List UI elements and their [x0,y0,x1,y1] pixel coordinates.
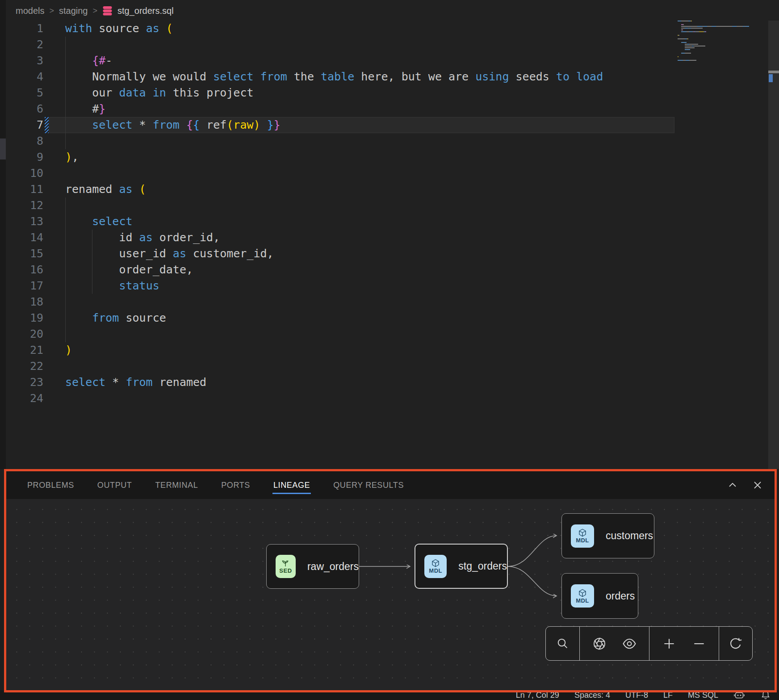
minimap-line [678,56,758,57]
minimap-line [678,58,758,59]
code-lines[interactable]: 1with source as (23 {#-4 Normally we wou… [0,21,674,407]
code-line-2[interactable]: 2 [0,37,674,53]
code-line-21[interactable]: 21) [0,342,674,358]
line-content: ), [43,149,79,165]
node-label: orders [606,590,635,602]
bottom-panel-lineage: PROBLEMSOUTPUTTERMINALPORTSLINEAGEQUERY … [4,469,777,692]
code-line-16[interactable]: 16 order_date, [0,262,674,278]
lineage-node-customers[interactable]: MDL customers [561,513,654,558]
code-line-9[interactable]: 9), [0,149,674,165]
badge-label: MDL [429,568,442,574]
cube-icon [431,559,440,568]
scrollbar-track[interactable] [768,21,779,469]
search-icon [556,637,570,650]
node-label: stg_orders [458,560,507,572]
minimap-line [678,60,758,61]
code-line-17[interactable]: 17 status [0,278,674,294]
code-line-13[interactable]: 13 select [0,214,674,230]
code-line-11[interactable]: 11renamed as ( [0,181,674,197]
line-number: 13 [0,214,43,230]
minimap-line [678,46,758,46]
line-number: 24 [0,390,43,407]
minimap-line [678,29,758,30]
code-line-22[interactable]: 22 [0,358,674,374]
breadcrumb-item-models[interactable]: models [16,6,44,16]
code-editor[interactable]: models > staging > stg_orders.sql 1with … [0,0,779,469]
minimap-line [678,37,758,38]
line-content: with source as ( [43,21,173,37]
line-number: 3 [0,53,43,69]
line-content: select [43,214,133,230]
line-number: 11 [0,181,43,197]
tab-terminal[interactable]: TERMINAL [154,476,199,494]
line-number: 22 [0,358,43,374]
code-line-20[interactable]: 20 [0,326,674,342]
tab-lineage[interactable]: LINEAGE [272,476,311,494]
zoom-out-button[interactable] [689,634,709,654]
line-content [43,197,65,214]
line-number: 18 [0,294,43,310]
model-badge: MDL [424,555,447,578]
code-line-10[interactable]: 10 [0,165,674,181]
code-line-18[interactable]: 18 [0,294,674,310]
aperture-icon [592,637,607,651]
code-line-12[interactable]: 12 [0,197,674,214]
tab-output[interactable]: OUTPUT [96,476,133,494]
line-number: 4 [0,69,43,85]
lineage-node-raw-orders[interactable]: SED raw_orders [266,544,359,589]
line-content: ) [43,342,72,358]
close-panel-button[interactable] [752,480,763,490]
lineage-node-orders[interactable]: MDL orders [561,573,638,619]
close-icon [752,480,763,490]
node-label: raw_orders [307,561,359,573]
code-line-1[interactable]: 1with source as ( [0,21,674,37]
line-number: 20 [0,326,43,342]
lineage-edges [6,499,775,690]
overview-ruler-tick [768,71,779,73]
code-line-24[interactable]: 24 [0,390,674,407]
code-line-7[interactable]: 7 select * from {{ ref(raw) }} [0,117,674,133]
line-number: 21 [0,342,43,358]
line-number: 19 [0,310,43,326]
lineage-canvas[interactable]: SED raw_orders MDL stg_orders MDL custom… [6,499,775,690]
maximize-panel-button[interactable] [727,480,738,490]
code-line-23[interactable]: 23select * from renamed [0,374,674,390]
line-content [43,294,65,310]
tab-query-results[interactable]: QUERY RESULTS [332,476,405,494]
seedling-icon [281,559,290,568]
code-line-15[interactable]: 15 user_id as customer_id, [0,246,674,262]
line-content: status [43,278,159,294]
chevron-up-icon [727,480,738,490]
tab-ports[interactable]: PORTS [220,476,251,494]
breadcrumb-file-name[interactable]: stg_orders.sql [117,6,174,16]
minimap[interactable] [678,21,758,63]
line-content: order_date, [43,262,193,278]
code-line-5[interactable]: 5 our data in this project [0,85,674,101]
breadcrumb: models > staging > stg_orders.sql [16,4,174,18]
model-badge: MDL [571,584,594,608]
code-line-3[interactable]: 3 {#- [0,53,674,69]
minimap-line [678,62,758,63]
breadcrumb-item-staging[interactable]: staging [59,6,88,16]
code-line-4[interactable]: 4 Normally we would select from the tabl… [0,69,674,85]
aperture-button[interactable] [590,634,609,654]
code-line-19[interactable]: 19 from source [0,310,674,326]
code-line-6[interactable]: 6 #} [0,101,674,117]
line-content [43,326,65,342]
code-line-14[interactable]: 14 id as order_id, [0,230,674,246]
minimap-line [678,24,758,25]
line-content [43,358,65,374]
zoom-in-button[interactable] [659,634,679,654]
search-button[interactable] [553,634,573,654]
code-line-8[interactable]: 8 [0,133,674,149]
badge-label: MDL [576,537,589,543]
line-number: 12 [0,197,43,214]
tab-problems[interactable]: PROBLEMS [26,476,75,494]
minimap-line [678,40,758,41]
visibility-button[interactable] [620,634,639,654]
lineage-node-stg-orders[interactable]: MDL stg_orders [415,544,508,589]
minimap-line [678,28,758,29]
chevron-right-icon: > [93,6,98,16]
line-number: 16 [0,262,43,278]
refresh-button[interactable] [726,634,745,654]
